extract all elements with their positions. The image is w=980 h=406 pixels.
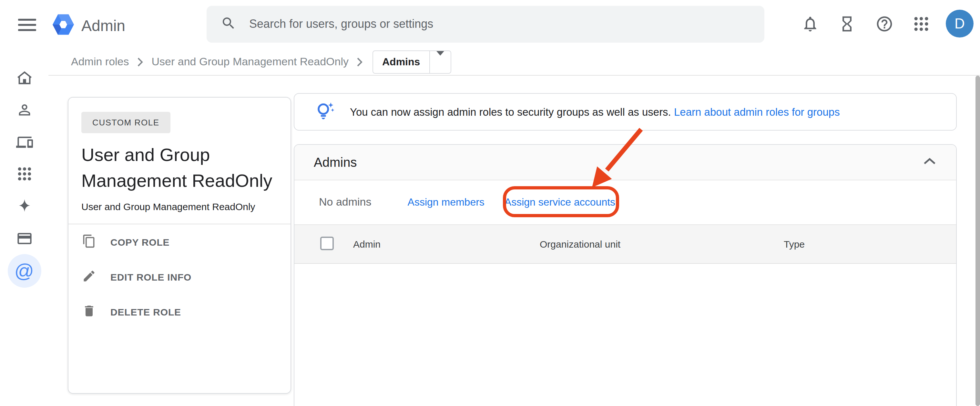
sidebar-item-directory[interactable] xyxy=(0,101,48,121)
edit-role-info-button[interactable]: EDIT ROLE INFO xyxy=(68,259,291,294)
admins-section-header: Admins xyxy=(294,145,956,181)
devices-icon xyxy=(16,134,33,153)
vertical-scrollbar[interactable] xyxy=(975,76,980,406)
chevron-right-icon xyxy=(356,57,363,67)
home-icon xyxy=(16,70,33,89)
breadcrumb-admin-roles[interactable]: Admin roles xyxy=(71,56,129,69)
assign-service-accounts-link[interactable]: Assign service accounts xyxy=(504,197,615,208)
apps-grid-icon xyxy=(16,166,33,185)
admins-table-header: Admin Organizational unit Type xyxy=(294,225,956,264)
assign-members-link[interactable]: Assign members xyxy=(408,197,485,208)
breadcrumb-current-tab: Admins xyxy=(373,56,429,68)
role-title: User and Group Management ReadOnly xyxy=(81,142,278,194)
copy-icon xyxy=(82,234,96,250)
column-header-organizational-unit: Organizational unit xyxy=(540,225,620,263)
chevron-right-icon xyxy=(137,57,144,67)
sidebar-item-account[interactable]: @ xyxy=(0,254,48,288)
bell-icon[interactable] xyxy=(801,15,819,33)
empty-state-label: No admins xyxy=(319,196,372,209)
search-bar[interactable] xyxy=(207,6,764,43)
help-icon[interactable] xyxy=(875,15,894,33)
search-icon xyxy=(221,15,236,33)
breadcrumb-role-name[interactable]: User and Group Management ReadOnly xyxy=(152,56,348,69)
app-name: Admin xyxy=(81,17,125,35)
select-all-checkbox[interactable] xyxy=(320,237,334,250)
hourglass-icon[interactable] xyxy=(838,15,856,33)
sparkle-icon xyxy=(16,198,33,217)
dropdown-caret-icon[interactable] xyxy=(430,56,450,69)
search-input[interactable] xyxy=(248,17,727,32)
section-title: Admins xyxy=(314,155,357,170)
app-logo: Admin xyxy=(52,12,125,40)
admin-hexagon-logo-icon xyxy=(52,12,75,40)
assign-row: No admins Assign members Assign service … xyxy=(294,181,956,225)
sidebar-item-billing[interactable] xyxy=(0,230,48,249)
banner-message: You can now assign admin roles to securi… xyxy=(350,106,840,118)
lightbulb-sparkle-icon xyxy=(314,101,336,123)
column-header-admin: Admin xyxy=(353,225,380,263)
trash-icon xyxy=(82,304,96,320)
sidebar-item-apps[interactable] xyxy=(0,166,48,185)
breadcrumb-tab-selector[interactable]: Admins xyxy=(372,50,451,74)
column-header-type: Type xyxy=(784,225,805,263)
banner-link[interactable]: Learn about admin roles for groups xyxy=(674,106,840,117)
admins-section: Admins No admins Assign members Assign s… xyxy=(294,144,957,406)
role-card: CUSTOM ROLE User and Group Management Re… xyxy=(68,97,291,394)
sidebar-item-devices[interactable] xyxy=(0,134,48,153)
breadcrumb: Admin roles User and Group Management Re… xyxy=(71,48,451,76)
person-icon xyxy=(16,101,33,121)
role-description: User and Group Management ReadOnly xyxy=(81,200,278,213)
apps-grid-icon[interactable] xyxy=(912,15,930,33)
custom-role-badge: CUSTOM ROLE xyxy=(81,112,170,133)
menu-icon[interactable] xyxy=(18,16,36,32)
delete-role-button[interactable]: DELETE ROLE xyxy=(68,294,291,329)
copy-role-button[interactable]: COPY ROLE xyxy=(68,224,291,259)
top-bar: Admin D xyxy=(0,0,980,48)
google-admin-console: Admin D Admin roles User and Group Manag… xyxy=(0,0,980,406)
chevron-up-icon[interactable] xyxy=(923,157,937,168)
divider xyxy=(48,75,980,76)
at-icon: @ xyxy=(8,254,41,288)
sidebar-item-gemini[interactable] xyxy=(0,198,48,217)
sidebar-item-home[interactable] xyxy=(0,70,48,89)
billing-card-icon xyxy=(16,230,33,249)
pencil-icon xyxy=(82,269,96,285)
info-banner: You can now assign admin roles to securi… xyxy=(294,93,957,131)
avatar[interactable]: D xyxy=(946,10,974,37)
